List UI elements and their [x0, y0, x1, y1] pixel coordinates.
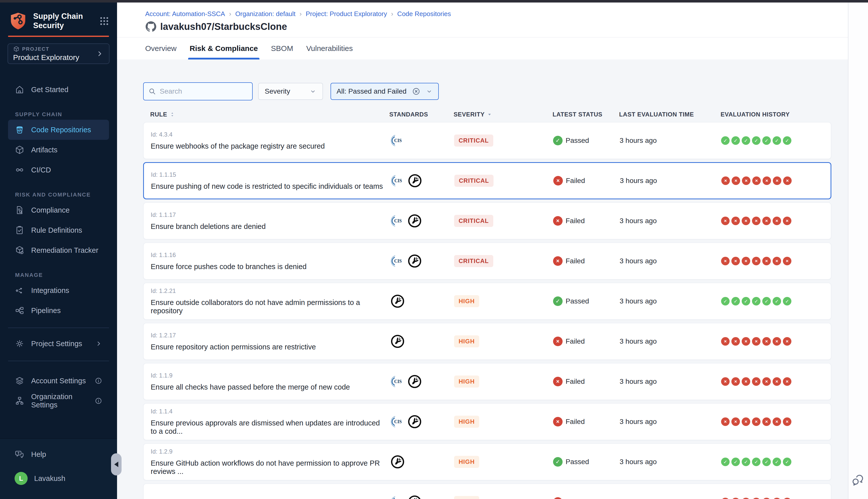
- history-failed-icon[interactable]: ×: [742, 217, 750, 225]
- history-passed-icon[interactable]: ✓: [731, 136, 740, 145]
- history-failed-icon[interactable]: ×: [762, 217, 771, 225]
- info-icon[interactable]: [94, 377, 103, 385]
- history-failed-icon[interactable]: ×: [721, 257, 730, 265]
- history-failed-icon[interactable]: ×: [783, 217, 792, 225]
- sidebar-item-integrations[interactable]: Integrations: [8, 280, 109, 301]
- history-failed-icon[interactable]: ×: [742, 377, 750, 386]
- app-grid-icon[interactable]: [99, 16, 109, 26]
- history-failed-icon[interactable]: ×: [731, 417, 740, 426]
- history-failed-icon[interactable]: ×: [721, 177, 730, 185]
- history-passed-icon[interactable]: ✓: [762, 136, 771, 145]
- user-menu[interactable]: L Lavakush: [8, 468, 109, 488]
- table-row[interactable]: Id: 1.2.9Ensure GitHub action workflows …: [143, 443, 831, 480]
- history-passed-icon[interactable]: ✓: [773, 297, 781, 305]
- project-selector[interactable]: PROJECT Product Exploratory: [8, 44, 109, 64]
- history-failed-icon[interactable]: ×: [783, 377, 792, 386]
- history-failed-icon[interactable]: ×: [762, 177, 771, 185]
- history-passed-icon[interactable]: ✓: [721, 297, 730, 305]
- history-failed-icon[interactable]: ×: [752, 417, 760, 426]
- history-failed-icon[interactable]: ×: [773, 377, 781, 386]
- history-failed-icon[interactable]: ×: [762, 498, 771, 499]
- table-row[interactable]: Id: 1.1.4Ensure previous approvals are d…: [143, 403, 831, 440]
- tab-overview[interactable]: Overview: [145, 37, 177, 60]
- history-failed-icon[interactable]: ×: [721, 377, 730, 386]
- sidebar-item-organization-settings[interactable]: Organization Settings: [8, 391, 109, 411]
- tab-vulnerabilities[interactable]: Vulnerabilities: [306, 37, 353, 60]
- history-failed-icon[interactable]: ×: [731, 498, 740, 499]
- history-failed-icon[interactable]: ×: [762, 377, 771, 386]
- table-row[interactable]: Id: 1.1.15Ensure pushing of new code is …: [143, 162, 831, 199]
- history-failed-icon[interactable]: ×: [731, 257, 740, 265]
- tab-risk-compliance[interactable]: Risk & Compliance: [190, 37, 258, 60]
- breadcrumb-code-repositories-link[interactable]: Code Repositories: [397, 10, 451, 18]
- breadcrumb-project-link[interactable]: Project: Product Exploratory: [306, 10, 387, 18]
- history-failed-icon[interactable]: ×: [742, 257, 750, 265]
- history-failed-icon[interactable]: ×: [752, 377, 760, 386]
- history-failed-icon[interactable]: ×: [773, 417, 781, 426]
- sidebar-item-code-repositories[interactable]: Code Repositories: [8, 120, 109, 140]
- history-passed-icon[interactable]: ✓: [773, 458, 781, 466]
- history-failed-icon[interactable]: ×: [773, 177, 781, 185]
- history-passed-icon[interactable]: ✓: [762, 297, 771, 305]
- table-row[interactable]: Id: 1.2.17Ensure repository action permi…: [143, 323, 831, 360]
- sidebar-item-get-started[interactable]: Get Started: [8, 80, 109, 100]
- history-passed-icon[interactable]: ✓: [731, 297, 740, 305]
- history-passed-icon[interactable]: ✓: [742, 136, 750, 145]
- sidebar-collapse-handle[interactable]: [111, 453, 122, 475]
- history-failed-icon[interactable]: ×: [773, 498, 781, 499]
- scrollbar-track[interactable]: [848, 2, 868, 499]
- history-failed-icon[interactable]: ×: [762, 417, 771, 426]
- search-input[interactable]: [159, 87, 248, 96]
- history-passed-icon[interactable]: ✓: [721, 136, 730, 145]
- history-failed-icon[interactable]: ×: [752, 337, 760, 346]
- history-failed-icon[interactable]: ×: [762, 257, 771, 265]
- sidebar-item-account-settings[interactable]: Account Settings: [8, 371, 109, 391]
- sidebar-item-compliance[interactable]: Compliance: [8, 200, 109, 220]
- history-failed-icon[interactable]: ×: [773, 217, 781, 225]
- info-icon[interactable]: [94, 397, 103, 405]
- sidebar-item-rule-definitions[interactable]: Rule Definitions: [8, 220, 109, 240]
- sort-icon[interactable]: [169, 111, 175, 118]
- history-failed-icon[interactable]: ×: [783, 177, 792, 185]
- severity-filter-dropdown[interactable]: Severity: [258, 83, 323, 100]
- history-passed-icon[interactable]: ✓: [752, 136, 760, 145]
- history-failed-icon[interactable]: ×: [742, 498, 750, 499]
- history-failed-icon[interactable]: ×: [742, 177, 750, 185]
- history-failed-icon[interactable]: ×: [721, 498, 730, 499]
- column-header-severity[interactable]: SEVERITY: [447, 111, 553, 118]
- history-failed-icon[interactable]: ×: [742, 337, 750, 346]
- history-passed-icon[interactable]: ✓: [742, 297, 750, 305]
- history-failed-icon[interactable]: ×: [783, 257, 792, 265]
- table-row[interactable]: Id: 4.3.4Ensure webhooks of the package …: [143, 122, 831, 159]
- chat-support-icon[interactable]: [851, 473, 865, 487]
- history-failed-icon[interactable]: ×: [783, 337, 792, 346]
- history-passed-icon[interactable]: ✓: [752, 297, 760, 305]
- history-failed-icon[interactable]: ×: [752, 177, 761, 185]
- history-failed-icon[interactable]: ×: [752, 498, 760, 499]
- breadcrumb-account-link[interactable]: Account: Automation-SSCA: [145, 10, 225, 18]
- sidebar-item-cicd[interactable]: CI/CD: [8, 160, 109, 180]
- history-failed-icon[interactable]: ×: [773, 257, 781, 265]
- table-row[interactable]: Id: 1.1.5CISHIGH×Failed3 hours ago××××××…: [143, 484, 831, 499]
- history-failed-icon[interactable]: ×: [783, 417, 792, 426]
- sidebar-item-project-settings[interactable]: Project Settings: [8, 333, 109, 354]
- history-failed-icon[interactable]: ×: [783, 498, 792, 499]
- sidebar-item-artifacts[interactable]: Artifacts: [8, 140, 109, 160]
- history-failed-icon[interactable]: ×: [762, 337, 771, 346]
- history-passed-icon[interactable]: ✓: [783, 297, 792, 305]
- sidebar-item-help[interactable]: Help: [8, 444, 109, 464]
- history-passed-icon[interactable]: ✓: [752, 458, 760, 466]
- sidebar-item-remediation-tracker[interactable]: Remediation Tracker: [8, 240, 109, 260]
- filter-caret-down-icon[interactable]: [487, 112, 492, 117]
- history-failed-icon[interactable]: ×: [721, 337, 730, 346]
- table-row[interactable]: Id: 1.1.17Ensure branch deletions are de…: [143, 202, 831, 240]
- breadcrumb-organization-link[interactable]: Organization: default: [235, 10, 296, 18]
- table-row[interactable]: Id: 1.1.9Ensure all checks have passed b…: [143, 363, 831, 400]
- history-passed-icon[interactable]: ✓: [731, 458, 740, 466]
- history-passed-icon[interactable]: ✓: [783, 458, 792, 466]
- history-failed-icon[interactable]: ×: [731, 337, 740, 346]
- history-failed-icon[interactable]: ×: [752, 217, 760, 225]
- table-row[interactable]: Id: 1.1.16Ensure force pushes code to br…: [143, 242, 831, 280]
- history-passed-icon[interactable]: ✓: [773, 136, 781, 145]
- table-row[interactable]: Id: 1.2.21Ensure outside collaborators d…: [143, 283, 831, 320]
